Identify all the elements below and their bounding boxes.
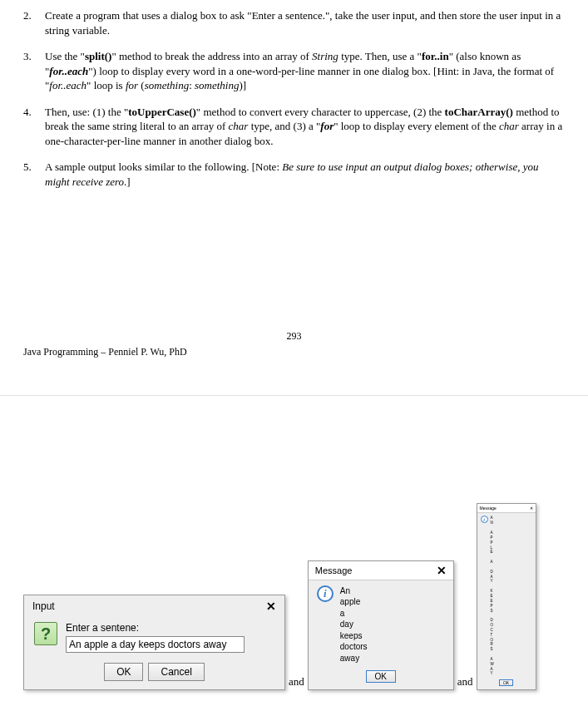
and-label-2: and — [457, 675, 473, 690]
dialog-titlebar: Input ✕ — [24, 595, 284, 615]
list-body: A sample output looks similar to the fol… — [45, 160, 565, 189]
list-body: Use the "split()" method to break the ad… — [45, 49, 565, 93]
and-label-1: and — [289, 675, 304, 690]
page-gap — [0, 395, 588, 495]
message-line: keeps — [340, 630, 368, 642]
dialog-buttons: OK Cancel — [24, 656, 284, 689]
char-line: W — [491, 662, 495, 667]
ok-button[interactable]: OK — [499, 679, 513, 686]
footer-text: Java Programming – Penniel P. Wu, PhD — [23, 346, 565, 358]
dialog-titlebar: Message ✕ — [309, 561, 453, 580]
page-number: 293 — [23, 330, 565, 343]
list-item: 5.A sample output looks similar to the f… — [23, 160, 565, 189]
list-item: 4.Then, use: (1) the "toUpperCase()" met… — [23, 105, 565, 149]
list-number: 5. — [23, 160, 45, 189]
list-body: Then, use: (1) the "toUpperCase()" metho… — [45, 105, 565, 149]
dialog-row: Input ✕ ? Enter a sentene: OK Cancel and… — [23, 503, 576, 690]
sentence-input[interactable] — [66, 636, 245, 653]
dialog-titlebar: Message ✕ — [477, 504, 536, 513]
question-icon: ? — [34, 622, 57, 645]
message-line: a — [340, 608, 368, 620]
ok-button[interactable]: OK — [104, 663, 143, 681]
char-lines: AN APPLE A DAY KEEPS DOCTORS AWAY — [491, 516, 495, 676]
message-dialog: Message ✕ i Anappleadaykeepsdoctorsaway … — [308, 560, 454, 691]
message-line: apple — [340, 596, 368, 608]
message-line: away — [340, 653, 368, 664]
list-item: 2.Create a program that uses a dialog bo… — [23, 8, 565, 37]
dialog-buttons: OK — [309, 667, 453, 689]
cancel-button[interactable]: Cancel — [148, 663, 204, 681]
dialog-title: Input — [32, 600, 55, 612]
close-icon[interactable]: ✕ — [266, 600, 276, 612]
dialog-body: i AN APPLE A DAY KEEPS DOCTORS AWAY — [477, 513, 536, 678]
page-2: Input ✕ ? Enter a sentene: OK Cancel and… — [0, 495, 588, 699]
message-lines: Anappleadaykeepsdoctorsaway — [340, 585, 368, 664]
message-line: doctors — [340, 641, 368, 653]
list-number: 2. — [23, 8, 45, 37]
dialog-buttons: OK — [477, 678, 536, 689]
page-1: 2.Create a program that uses a dialog bo… — [0, 0, 588, 375]
close-icon[interactable]: ✕ — [530, 506, 533, 511]
list-item: 3.Use the "split()" method to break the … — [23, 49, 565, 93]
list-body: Create a program that uses a dialog box … — [45, 8, 565, 37]
dialog-body: i Anappleadaykeepsdoctorsaway — [309, 580, 453, 668]
char-dialog: Message ✕ i AN APPLE A DAY KEEPS DOCTORS… — [477, 503, 536, 690]
message-line: An — [340, 585, 368, 597]
list-number: 3. — [23, 49, 45, 93]
info-icon: i — [481, 516, 488, 523]
list-number: 4. — [23, 105, 45, 149]
message-line: day — [340, 619, 368, 630]
close-icon[interactable]: ✕ — [437, 565, 447, 576]
dialog-title: Message — [480, 506, 497, 511]
char-line: Y — [491, 671, 495, 676]
input-fields: Enter a sentene: — [66, 622, 274, 653]
instruction-list: 2.Create a program that uses a dialog bo… — [23, 8, 565, 189]
input-dialog: Input ✕ ? Enter a sentene: OK Cancel — [23, 595, 285, 690]
ok-button[interactable]: OK — [366, 670, 396, 683]
info-icon: i — [317, 585, 334, 602]
dialog-body: ? Enter a sentene: — [24, 615, 284, 656]
dialog-title: Message — [315, 565, 353, 575]
input-prompt: Enter a sentene: — [66, 622, 274, 634]
